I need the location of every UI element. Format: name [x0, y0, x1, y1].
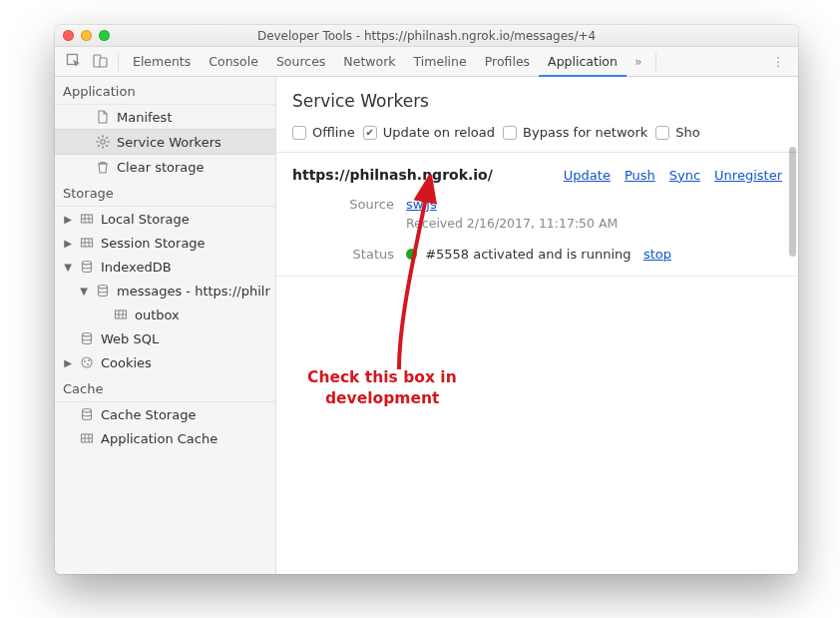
- tab-profiles[interactable]: Profiles: [476, 47, 539, 77]
- checkbox-label: Sho: [675, 125, 699, 140]
- sidebar-section-cache: Cache: [55, 374, 275, 402]
- sidebar-item-label: IndexedDB: [101, 260, 172, 275]
- caret-right-icon[interactable]: ▶: [63, 214, 73, 225]
- svg-point-3: [101, 140, 105, 144]
- tab-sources[interactable]: Sources: [267, 47, 334, 77]
- svg-point-27: [82, 357, 92, 367]
- db-icon: [79, 259, 95, 275]
- sidebar-item-application-cache[interactable]: ▶Application Cache: [55, 426, 275, 450]
- sw-action-update[interactable]: Update: [564, 168, 611, 183]
- source-value: sw.js Received 2/16/2017, 11:17:50 AM: [406, 197, 782, 231]
- svg-point-26: [83, 333, 92, 336]
- caret-down-icon[interactable]: ▼: [63, 262, 73, 273]
- sidebar-item-label: messages - https://philr: [117, 284, 270, 299]
- sw-action-sync[interactable]: Sync: [669, 168, 700, 183]
- checkbox-label: Bypass for network: [523, 125, 647, 140]
- checkbox-icon[interactable]: [655, 126, 669, 140]
- sidebar-item-session-storage[interactable]: ▶Session Storage: [55, 231, 275, 255]
- status-value: #5558 activated and is running stop: [406, 247, 782, 262]
- sidebar-item-messages-https-philr[interactable]: ▼messages - https://philr: [55, 279, 275, 303]
- devtools-menu-icon[interactable]: ⋮: [766, 54, 792, 69]
- tab-timeline[interactable]: Timeline: [405, 47, 476, 77]
- sidebar-item-cookies[interactable]: ▶Cookies: [55, 350, 275, 374]
- sidebar-item-web-sql[interactable]: ▶Web SQL: [55, 326, 275, 350]
- gear-icon: [95, 134, 111, 150]
- svg-line-8: [98, 137, 99, 138]
- sw-received-time: Received 2/16/2017, 11:17:50 AM: [406, 216, 782, 231]
- sidebar-item-manifest[interactable]: ▶Manifest: [55, 105, 275, 129]
- sidebar-item-local-storage[interactable]: ▶Local Storage: [55, 207, 275, 231]
- status-dot-icon: [406, 249, 417, 260]
- close-window-button[interactable]: [63, 30, 74, 41]
- source-label: Source: [324, 197, 394, 231]
- sw-option-offline[interactable]: Offline: [292, 125, 355, 140]
- status-label: Status: [324, 247, 394, 262]
- minimize-window-button[interactable]: [81, 30, 92, 41]
- sidebar-item-label: Clear storage: [117, 160, 205, 175]
- checkbox-icon[interactable]: [503, 126, 517, 140]
- sw-option-sho[interactable]: Sho: [655, 125, 699, 140]
- svg-rect-2: [100, 58, 107, 67]
- svg-point-21: [99, 286, 108, 289]
- caret-down-icon[interactable]: ▼: [79, 286, 89, 297]
- device-toggle-icon[interactable]: [87, 51, 113, 73]
- caret-right-icon[interactable]: ▶: [63, 238, 73, 249]
- svg-point-29: [88, 359, 90, 361]
- file-icon: [95, 109, 111, 125]
- sidebar-item-outbox[interactable]: ▶outbox: [55, 303, 275, 326]
- sw-source-link[interactable]: sw.js: [406, 197, 437, 212]
- window-title: Developer Tools - https://philnash.ngrok…: [257, 29, 596, 43]
- main-area: Application▶Manifest▶Service Workers▶Cle…: [55, 77, 798, 574]
- checkbox-icon[interactable]: [292, 126, 306, 140]
- db-icon: [79, 330, 95, 346]
- sw-option-bypass-for-network[interactable]: Bypass for network: [503, 125, 647, 140]
- sw-action-unregister[interactable]: Unregister: [714, 168, 782, 183]
- panel-title: Service Workers: [276, 77, 798, 119]
- sidebar-item-label: Manifest: [117, 110, 172, 125]
- sidebar-item-service-workers[interactable]: ▶Service Workers: [55, 129, 275, 155]
- svg-point-31: [83, 409, 92, 412]
- divider: [118, 53, 119, 71]
- scrollbar-thumb[interactable]: [789, 147, 796, 257]
- traffic-lights: [63, 30, 110, 41]
- inspect-element-icon[interactable]: [61, 51, 87, 73]
- db-icon: [95, 283, 111, 299]
- sw-action-push[interactable]: Push: [625, 168, 655, 183]
- sw-stop-link[interactable]: stop: [643, 247, 671, 262]
- sidebar-item-label: Session Storage: [101, 236, 206, 251]
- tab-network[interactable]: Network: [334, 47, 404, 77]
- svg-line-11: [98, 145, 99, 146]
- caret-right-icon[interactable]: ▶: [63, 357, 73, 368]
- service-workers-panel: Service Workers OfflineUpdate on reloadB…: [276, 77, 798, 574]
- divider: [655, 53, 656, 71]
- window-titlebar: Developer Tools - https://philnash.ngrok…: [55, 25, 798, 47]
- checkbox-label: Offline: [312, 125, 355, 140]
- application-sidebar: Application▶Manifest▶Service Workers▶Cle…: [55, 77, 276, 574]
- sidebar-item-label: Service Workers: [117, 135, 221, 150]
- tabs-overflow-button[interactable]: »: [627, 54, 650, 69]
- sidebar-item-indexeddb[interactable]: ▼IndexedDB: [55, 255, 275, 279]
- svg-point-30: [87, 363, 89, 365]
- grid-icon: [113, 307, 129, 322]
- sidebar-section-application: Application: [55, 77, 275, 105]
- tab-elements[interactable]: Elements: [124, 47, 200, 77]
- svg-line-10: [106, 137, 107, 138]
- cookie-icon: [79, 354, 95, 370]
- tab-application[interactable]: Application: [539, 47, 627, 77]
- grid-icon: [79, 235, 95, 251]
- devtools-tabbar: ElementsConsoleSourcesNetworkTimelinePro…: [55, 47, 798, 77]
- sidebar-item-label: Cache Storage: [101, 407, 196, 422]
- sw-options-row: OfflineUpdate on reloadBypass for networ…: [276, 119, 798, 153]
- tab-console[interactable]: Console: [200, 47, 267, 77]
- svg-point-28: [84, 360, 86, 362]
- sw-option-update-on-reload[interactable]: Update on reload: [363, 125, 495, 140]
- sidebar-section-storage: Storage: [55, 179, 275, 207]
- sidebar-item-cache-storage[interactable]: ▶Cache Storage: [55, 402, 275, 426]
- svg-point-20: [83, 262, 92, 265]
- status-text: #5558 activated and is running: [425, 247, 630, 262]
- sidebar-item-label: Cookies: [101, 355, 152, 370]
- devtools-window: Developer Tools - https://philnash.ngrok…: [55, 25, 798, 574]
- checkbox-icon[interactable]: [363, 126, 377, 140]
- sidebar-item-clear-storage[interactable]: ▶Clear storage: [55, 155, 275, 179]
- zoom-window-button[interactable]: [99, 30, 110, 41]
